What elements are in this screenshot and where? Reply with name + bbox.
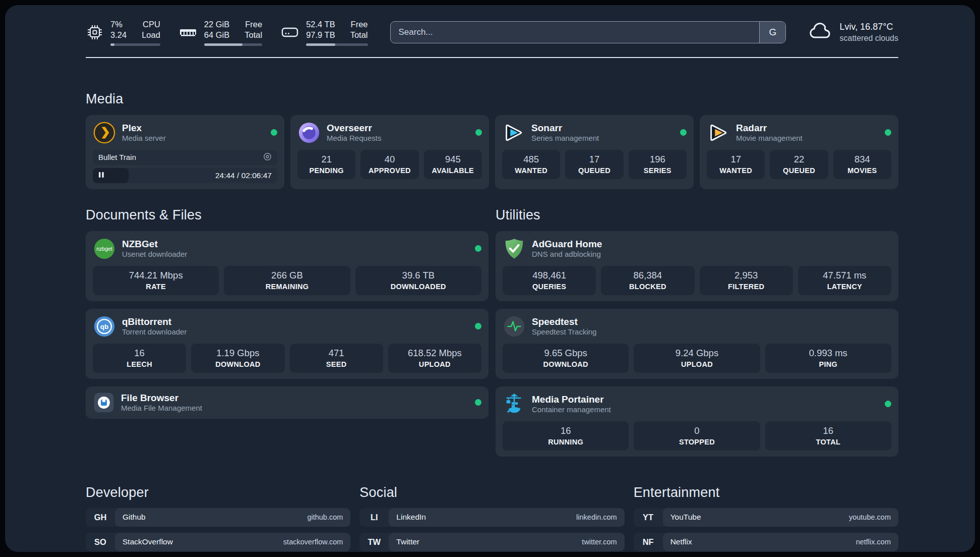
qbittorrent-card[interactable]: qb qBittorrent Torrent downloader 16LEEC… [86,309,488,379]
cpu-widget: 7% 3.24 CPU Load [86,19,160,46]
overseerr-card[interactable]: Overseerr Media Requests 21PENDING 40APP… [290,115,489,189]
disk-total-value: 97.9 TB [306,30,335,40]
app-desc: Speedtest Tracking [532,327,596,337]
link-url: stackoverflow.com [283,538,343,546]
stat-blocked: 86,384BLOCKED [601,266,694,295]
stat-upload: 9.24 GbpsUPLOAD [634,344,760,373]
adguard-card[interactable]: AdGuard Home DNS and adblocking 498,461Q… [496,231,898,301]
weather-condition: scattered clouds [839,33,898,44]
app-name: Plex [122,122,166,134]
app-name: qBittorrent [122,316,187,328]
ram-progress-bar [204,43,262,46]
cpu-progress-bar [110,43,160,46]
nzbget-card[interactable]: nzbget NZBGet Usenet downloader 744.21 M… [86,231,488,301]
app-desc: Media File Management [121,404,202,413]
nzbget-icon: nzbget [93,237,116,260]
disk-total-label: Total [350,30,368,40]
top-bar: 7% 3.24 CPU Load [86,5,898,46]
app-desc: Usenet downloader [122,250,187,259]
sonarr-icon [502,121,525,144]
stat-download: 1.19 GbpsDOWNLOAD [191,344,284,373]
ram-widget: 22 GiB 64 GiB Free Total [178,19,262,46]
app-name: Speedtest [532,316,596,328]
app-desc: Media server [122,134,166,143]
app-desc: Torrent downloader [122,327,187,337]
disk-icon [280,23,299,41]
svg-text:nzbget: nzbget [96,246,112,252]
stat-rate: 744.21 MbpsRATE [93,266,219,295]
stat-queued: 22QUEUED [770,150,828,179]
dashboard-panel: 7% 3.24 CPU Load [5,5,975,552]
disk-free-label: Free [350,19,368,30]
link-url: netflix.com [856,538,891,546]
stat-filtered: 2,953FILTERED [700,266,793,295]
stat-available: 945AVAILABLE [424,150,482,179]
status-dot [475,245,481,252]
status-dot [885,129,891,136]
section-title-developer: Developer [86,485,350,500]
status-dot [271,129,277,136]
search-input[interactable] [391,22,760,43]
stat-wanted: 485WANTED [502,150,560,179]
portainer-card[interactable]: Media Portainer Container management 16R… [496,386,898,457]
link-linkedin[interactable]: LI LinkedInlinkedin.com [359,508,624,527]
stat-latency: 47.571 msLATENCY [798,266,891,295]
speedtest-card[interactable]: Speedtest Speedtest Tracking 9.65 GbpsDO… [496,309,898,379]
sonarr-card[interactable]: Sonarr Series management 485WANTED 17QUE… [495,115,694,189]
section-title-entertainment: Entertainment [634,485,898,500]
stat-total: 16TOTAL [765,421,891,451]
app-desc: Container management [532,405,611,415]
disk-widget: 52.4 TB 97.9 TB Free Total [280,19,368,46]
app-desc: Movie management [736,134,803,143]
link-abbr: GH [86,508,115,527]
link-netflix[interactable]: NF Netflixnetflix.com [634,533,898,551]
qbittorrent-icon: qb [93,315,116,338]
overseerr-icon [297,121,321,144]
cpu-icon [86,23,104,41]
link-url: github.com [307,513,343,521]
app-name: NZBGet [122,238,187,250]
app-desc: DNS and adblocking [532,250,602,259]
status-dot [475,399,481,406]
stat-downloaded: 39.6 TBDOWNLOADED [355,266,481,295]
app-name: File Browser [121,392,202,404]
stat-queued: 17QUEUED [565,150,623,179]
cpu-load-label: Load [142,30,160,40]
link-stackoverflow[interactable]: SO StackOverflowstackoverflow.com [86,533,350,551]
status-dot [475,129,482,136]
radarr-icon [707,121,730,144]
adguard-icon [503,237,526,260]
stat-approved: 40APPROVED [360,150,418,179]
section-title-utilities: Utilities [496,207,898,223]
portainer-icon [503,393,526,416]
stat-upload: 618.52 MbpsUPLOAD [388,344,481,373]
playback-time: 24:44 / 02:06:47 [215,171,272,180]
stat-wanted: 17WANTED [707,150,765,179]
cpu-usage-label: CPU [142,19,160,30]
link-name: StackOverflow [122,537,173,546]
link-abbr: TW [359,533,389,551]
topbar-divider [86,57,898,58]
link-name: YouTube [670,513,701,522]
app-name: AdGuard Home [532,238,602,250]
link-youtube[interactable]: YT YouTubeyoutube.com [634,508,898,527]
playback-progress: 24:44 / 02:06:47 [93,168,277,183]
weather-location-temp: Lviv, 16.87°C [839,21,898,33]
search-engine-button[interactable]: G [759,22,785,43]
section-title-documents: Documents & Files [86,207,488,223]
link-abbr: YT [634,508,663,527]
link-abbr: LI [359,508,389,527]
stat-running: 16RUNNING [503,421,629,451]
now-playing-row: Bullet Train [93,150,277,165]
section-title-social: Social [359,485,624,500]
filebrowser-card[interactable]: File Browser Media File Management [86,386,488,419]
status-dot [680,129,687,136]
plex-card[interactable]: Plex Media server Bullet Train [86,115,284,189]
radarr-card[interactable]: Radarr Movie management 17WANTED 22QUEUE… [700,115,898,189]
link-github[interactable]: GH Githubgithub.com [86,508,350,527]
link-name: Twitter [396,537,419,546]
link-twitter[interactable]: TW Twittertwitter.com [359,533,624,551]
ram-free-value: 22 GiB [204,19,229,30]
app-name: Media Portainer [532,394,611,406]
stat-download: 9.65 GbpsDOWNLOAD [503,344,629,373]
